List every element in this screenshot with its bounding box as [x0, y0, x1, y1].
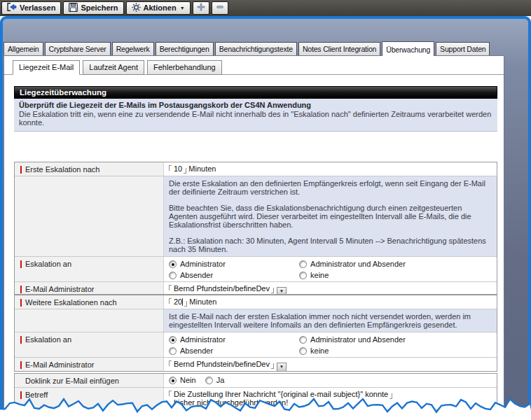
- toolbar: Verlassen Speichern Aktionen ▼: [0, 0, 531, 16]
- radio-group-doklink: Nein Ja: [164, 374, 497, 387]
- field-bracket-open-icon: [169, 165, 172, 171]
- table-row: Erste Eskalation nach 10 Minuten: [15, 162, 497, 176]
- field-cell: Cryptshare: [164, 410, 497, 420]
- intro-title: Überprüft die Liegezeit der E-Mails im P…: [19, 101, 311, 109]
- radio-option-ja[interactable]: Ja: [205, 376, 225, 384]
- form-table-erste-eskalation: Erste Eskalation nach 10 Minuten Die ers…: [14, 162, 497, 295]
- erste-eskalation-field[interactable]: 10: [174, 164, 182, 173]
- row-label: E-Mail Administrator: [15, 282, 164, 295]
- field-bracket-close-icon: [271, 288, 274, 293]
- row-label: [15, 176, 164, 256]
- required-marker: [20, 377, 22, 385]
- table-row: E-Mail Administrator Bernd Pfundstein/be…: [15, 282, 497, 295]
- verlassen-button-label: Verlassen: [20, 4, 55, 12]
- tab-ueberwachung[interactable]: Überwachung: [382, 41, 434, 56]
- radio-button[interactable]: [169, 336, 177, 344]
- row-label-text: E-Mail Administrator: [25, 360, 94, 369]
- aktionen-button-label: Aktionen: [144, 4, 177, 12]
- radio-button[interactable]: [169, 260, 177, 268]
- required-marker: [20, 336, 22, 344]
- row-label: Weitere Eskalationen nach: [15, 295, 164, 309]
- radio-label[interactable]: Administrator und Absender: [310, 260, 406, 268]
- radio-button[interactable]: [205, 377, 213, 384]
- row-label-text: Betreff: [25, 391, 48, 399]
- radio-button[interactable]: [299, 260, 307, 268]
- required-marker: [20, 260, 22, 268]
- radio-option-administrator[interactable]: Administrator: [169, 335, 297, 344]
- tab-cryptshare-server[interactable]: Cryptshare Server: [45, 42, 111, 55]
- verlassen-button[interactable]: Verlassen: [1, 1, 61, 15]
- row-label: Betreff: [15, 388, 164, 409]
- radio-button[interactable]: [299, 347, 307, 355]
- required-marker: [20, 299, 22, 307]
- tab-berechtigungen[interactable]: Berechtigungen: [156, 42, 214, 55]
- cryptshare-logo-icon: [179, 414, 203, 420]
- plus-icon: [197, 3, 205, 13]
- field-cell: 10 Minuten: [164, 162, 497, 176]
- radio-button[interactable]: [169, 347, 177, 355]
- radio-label[interactable]: Administrator: [180, 335, 226, 344]
- tab-allgemein[interactable]: Allgemein: [4, 42, 43, 55]
- exit-arrow-icon: [7, 3, 17, 13]
- toolbar-extra-button-1[interactable]: [193, 1, 209, 15]
- dropdown-arrow-icon: ▼: [180, 6, 185, 10]
- table-row: Doklink zur E-Mail einfügen Nein Ja: [15, 374, 497, 388]
- tab-support-daten[interactable]: Support Daten: [436, 42, 490, 55]
- email-administrator-field[interactable]: Bernd Pfundstein/befineDev: [174, 360, 270, 368]
- radio-label[interactable]: Absender: [180, 271, 213, 279]
- speichern-button[interactable]: Speichern: [63, 1, 123, 15]
- tab-regelwerk[interactable]: Regelwerk: [112, 42, 154, 55]
- row-label-text: Weitere Eskalationen nach: [25, 298, 117, 307]
- chevron-down-icon: ▼: [280, 287, 284, 295]
- field-bracket-open-icon: [169, 285, 172, 290]
- field-bracket-close-icon: [184, 168, 186, 174]
- description-text: Ist die E-Mail nach der ersten Eskalatio…: [169, 312, 492, 329]
- weitere-eskalationen-field[interactable]: 20: [174, 298, 182, 306]
- tab-bar: Allgemein Cryptshare Server Regelwerk Be…: [4, 40, 509, 55]
- subtab-fehlerbehandlung[interactable]: Fehlerbehandlung: [147, 60, 222, 75]
- radio-button[interactable]: [169, 272, 177, 279]
- row-label-text: Erste Eskalation nach: [25, 165, 99, 174]
- radio-label[interactable]: keine: [310, 346, 329, 355]
- radio-option-administrator[interactable]: Administrator: [169, 260, 297, 268]
- radio-option-absender[interactable]: Absender: [169, 346, 297, 355]
- radio-label[interactable]: Nein: [180, 376, 196, 384]
- subtab-liegezeit-email[interactable]: Liegezeit E-Mail: [13, 60, 80, 75]
- row-label: Eskalation an: [15, 257, 164, 281]
- radio-option-keine[interactable]: keine: [299, 346, 329, 355]
- toolbar-extra-button-2[interactable]: [212, 1, 228, 15]
- row-label-text: Doklink zur E-Mail einfügen: [25, 377, 119, 385]
- radio-option-administrator-und-absender[interactable]: Administrator und Absender: [299, 260, 406, 268]
- gear-icon: [132, 3, 141, 13]
- radio-option-keine[interactable]: keine: [299, 271, 329, 279]
- aktionen-button[interactable]: Aktionen ▼: [126, 1, 191, 15]
- section-header: Liegezeitüberwachung: [14, 86, 497, 99]
- intro-box: Überprüft die Liegezeit der E-Mails im P…: [14, 99, 497, 132]
- radio-label[interactable]: Administrator und Absender: [310, 335, 406, 344]
- radio-option-nein[interactable]: Nein: [169, 376, 196, 384]
- radio-button[interactable]: [299, 336, 307, 344]
- minus-icon: [216, 3, 224, 13]
- tab-notes-client-integration[interactable]: Notes Client Integration: [298, 42, 380, 55]
- radio-option-absender[interactable]: Absender: [169, 271, 297, 279]
- radio-label[interactable]: keine: [310, 271, 329, 279]
- subtab-laufzeit-agent[interactable]: Laufzeit Agent: [83, 60, 144, 75]
- chevron-down-icon: ▼: [280, 363, 284, 371]
- radio-label[interactable]: Absender: [180, 346, 213, 355]
- radio-button[interactable]: [299, 272, 307, 279]
- name-picker-button[interactable]: ▼: [277, 287, 287, 295]
- row-label: Doklink zur E-Mail einfügen: [15, 374, 164, 387]
- radio-label[interactable]: Ja: [216, 376, 225, 384]
- tab-benachrichtigungstexte[interactable]: Benachrichtigungstexte: [215, 42, 297, 55]
- row-label-text: Eskalation an: [25, 335, 71, 344]
- floppy-disk-icon: [69, 3, 78, 13]
- table-row: Eskalation an Administrator Administrato…: [15, 332, 497, 358]
- radio-label[interactable]: Administrator: [180, 260, 226, 268]
- radio-button[interactable]: [169, 377, 177, 384]
- email-administrator-field[interactable]: Bernd Pfundstein/befineDev: [174, 284, 270, 293]
- radio-option-administrator-und-absender[interactable]: Administrator und Absender: [299, 335, 406, 344]
- name-picker-button[interactable]: ▼: [277, 363, 287, 372]
- betreff-field[interactable]: Die Zustellung Ihrer Nachricht "{origina…: [174, 390, 388, 407]
- required-marker: [20, 286, 22, 293]
- content-panel: Liegezeit E-Mail Laufzeit Agent Fehlerbe…: [4, 55, 504, 420]
